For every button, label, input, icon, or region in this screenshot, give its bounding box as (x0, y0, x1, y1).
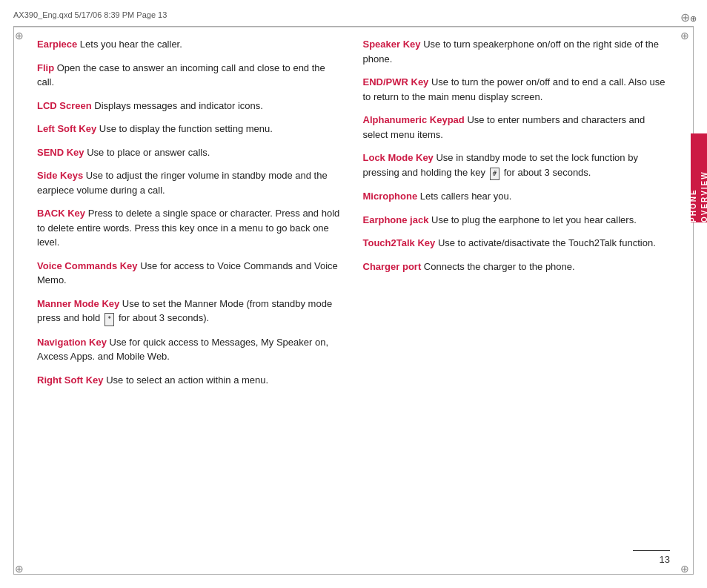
left-entry-1: Flip Open the case to answer an incoming… (37, 61, 341, 90)
right-entry-6: Touch2Talk Key Use to activate/disactiva… (363, 236, 667, 251)
entry-key: Right Soft Key (37, 374, 104, 386)
page-number: 13 (660, 553, 670, 567)
entry-key: LCD Screen (37, 100, 92, 111)
side-tab-label: PHONE OVERVIEW (688, 133, 708, 222)
corner-crosshair-tr: ⊕ (680, 28, 692, 40)
left-entry-8: Manner Mode Key Use to set the Manner Mo… (37, 297, 341, 326)
left-entry-6: BACK Key Press to delete a single space … (37, 206, 341, 250)
right-entry-4: Microphone Lets callers hear you. (363, 189, 667, 204)
corner-crosshair-tl: ⊕ (15, 28, 27, 40)
right-column: Speaker Key Use to turn speakerphone on/… (363, 37, 667, 551)
entry-key: Earphone jack (363, 214, 429, 225)
entry-key: Speaker Key (363, 39, 421, 50)
inline-key-icon: * (104, 313, 114, 326)
entry-key: Navigation Key (37, 337, 107, 348)
entry-desc: Use to activate/disactivate the Touch2Ta… (435, 237, 655, 248)
entry-key: Manner Mode Key (37, 298, 119, 309)
entry-key: SEND Key (37, 147, 84, 158)
entry-desc: Use to place or answer calls. (84, 147, 210, 158)
right-entry-3: Lock Mode Key Use in standby mode to set… (363, 151, 667, 180)
side-tab: PHONE OVERVIEW (691, 133, 707, 222)
corner-crosshair-bl: ⊕ (15, 561, 27, 573)
entry-key: Touch2Talk Key (363, 237, 436, 248)
right-entry-1: END/PWR Key Use to turn the power on/off… (363, 75, 667, 104)
inline-key-icon: # (490, 168, 499, 181)
entry-key: BACK Key (37, 208, 85, 219)
main-content: Earpiece Lets you hear the caller.Flip O… (37, 37, 666, 551)
entry-key: Flip (37, 62, 54, 73)
entry-key: Lock Mode Key (363, 152, 434, 163)
left-entry-7: Voice Commands Key Use for access to Voi… (37, 259, 341, 288)
entry-key: Voice Commands Key (37, 260, 138, 271)
left-entry-10: Right Soft Key Use to select an action w… (37, 373, 341, 388)
left-entry-0: Earpiece Lets you hear the caller. (37, 37, 341, 52)
left-entry-2: LCD Screen Displays messages and indicat… (37, 99, 341, 113)
left-column: Earpiece Lets you hear the caller.Flip O… (37, 37, 341, 551)
entry-key: Left Soft Key (37, 123, 96, 134)
entry-key: Alphanumeric Keypad (363, 114, 465, 125)
left-entry-5: Side Keys Use to adjust the ringer volum… (37, 168, 341, 197)
right-entry-5: Earphone jack Use to plug the earphone t… (363, 213, 667, 228)
right-entry-7: Charger port Connects the charger to the… (363, 260, 667, 274)
entry-key: Charger port (363, 261, 422, 272)
header-crosshair: ⊕ (680, 9, 694, 22)
entry-desc: Displays messages and indicator icons. (92, 100, 263, 111)
entry-desc: Lets you hear the caller. (77, 39, 182, 50)
page-container: AX390_Eng.qxd 5/17/06 8:39 PM Page 13 ⊕ … (0, 0, 707, 588)
entry-desc: Open the case to answer an incoming call… (37, 62, 325, 88)
entry-key: Earpiece (37, 39, 77, 50)
right-entry-2: Alphanumeric Keypad Use to enter numbers… (363, 113, 667, 142)
left-entry-3: Left Soft Key Use to display the functio… (37, 122, 341, 136)
corner-crosshair-br: ⊕ (680, 561, 692, 573)
entry-desc: Use to select an action within a menu. (104, 374, 269, 386)
page-line (633, 550, 670, 551)
header-text: AX390_Eng.qxd 5/17/06 8:39 PM Page 13 (13, 10, 680, 22)
entry-desc: Use to display the function setting menu… (96, 123, 273, 134)
entry-key: Side Keys (37, 170, 83, 181)
entry-desc: Lets callers hear you. (417, 191, 511, 202)
entry-key: END/PWR Key (363, 76, 429, 87)
left-entry-9: Navigation Key Use for quick access to M… (37, 335, 341, 364)
left-entry-4: SEND Key Use to place or answer calls. (37, 145, 341, 160)
right-entry-0: Speaker Key Use to turn speakerphone on/… (363, 37, 667, 66)
entry-key: Microphone (363, 191, 418, 202)
header-bar: AX390_Eng.qxd 5/17/06 8:39 PM Page 13 ⊕ (13, 9, 694, 27)
entry-desc: Use to plug the earphone to let you hear… (428, 214, 636, 225)
entry-desc: Connects the charger to the phone. (421, 261, 574, 272)
